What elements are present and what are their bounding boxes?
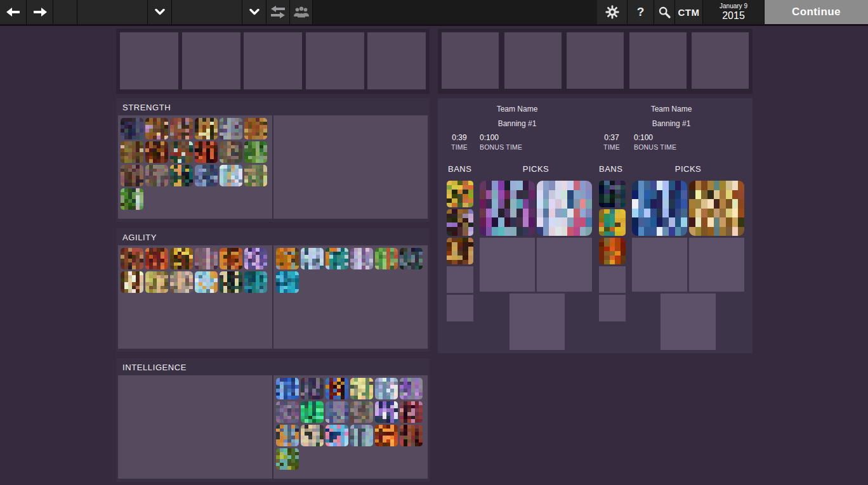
hero-slot-placeholder — [567, 32, 624, 89]
hero-tile[interactable] — [121, 248, 143, 269]
hero-tile[interactable] — [326, 401, 348, 423]
strength-section: STRENGTH — [116, 98, 430, 222]
hero-tile[interactable] — [244, 165, 267, 186]
pick-slot-empty — [510, 294, 565, 350]
hero-tile[interactable] — [276, 248, 299, 269]
hero-tile[interactable] — [400, 401, 423, 423]
hero-tile[interactable] — [121, 165, 143, 186]
ctm-mode-button[interactable]: CTM — [675, 0, 703, 24]
hero-tile[interactable] — [350, 401, 373, 423]
hero-tile[interactable] — [326, 248, 348, 269]
settings-button[interactable] — [597, 0, 628, 24]
hero-tile[interactable] — [170, 248, 193, 269]
team2-bans-label: BANS — [599, 164, 622, 174]
hero-slot-placeholder — [442, 32, 499, 89]
ban-slot-empty — [447, 266, 473, 293]
hero-tile[interactable] — [276, 425, 299, 446]
date-line2: 2015 — [722, 10, 745, 22]
hero-tile[interactable] — [375, 248, 398, 269]
hero-tile[interactable] — [326, 378, 348, 399]
team2-picks-label: PICKS — [632, 164, 744, 174]
swap-teams-button[interactable] — [266, 0, 290, 24]
hero-tile[interactable] — [350, 425, 373, 446]
hero-tile[interactable] — [244, 248, 267, 269]
ban-portrait — [599, 181, 626, 207]
mode-dropdown-chevron-button[interactable] — [148, 0, 172, 24]
hero-tile[interactable] — [326, 425, 348, 446]
hero-tile[interactable] — [375, 425, 398, 446]
search-button[interactable] — [654, 0, 675, 24]
hero-tile[interactable] — [145, 141, 168, 163]
hero-tile[interactable] — [400, 248, 423, 269]
hero-tile[interactable] — [121, 271, 143, 293]
hero-tile[interactable] — [121, 188, 143, 210]
ban-portrait — [447, 238, 473, 264]
hero-tile[interactable] — [170, 271, 193, 293]
filter-dropdown[interactable] — [172, 0, 242, 24]
mode-dropdown[interactable] — [77, 0, 148, 24]
hero-slot-placeholder — [629, 32, 687, 89]
search-icon — [658, 6, 671, 18]
hero-tile[interactable] — [400, 425, 423, 446]
forward-button[interactable] — [27, 0, 53, 24]
hero-tile[interactable] — [301, 425, 324, 446]
pick-slot-empty — [480, 238, 535, 292]
hero-tile[interactable] — [244, 118, 267, 139]
hero-tile[interactable] — [244, 141, 267, 163]
hero-tile[interactable] — [145, 271, 168, 293]
team1-picks-label: PICKS — [480, 164, 592, 174]
hero-tile[interactable] — [276, 271, 299, 293]
hero-tile[interactable] — [220, 165, 242, 186]
hero-tile[interactable] — [195, 248, 218, 269]
hero-tile[interactable] — [170, 118, 193, 139]
hero-tile[interactable] — [121, 141, 143, 163]
team-roster-button[interactable] — [290, 0, 313, 24]
suggestion-row-right — [438, 29, 753, 94]
hero-tile[interactable] — [276, 378, 299, 399]
pick-portrait — [689, 181, 744, 236]
hero-slot-placeholder — [367, 32, 426, 89]
hero-tile[interactable] — [195, 118, 218, 139]
hero-tile[interactable] — [121, 118, 143, 139]
question-mark-icon: ? — [637, 5, 645, 19]
hero-tile[interactable] — [301, 248, 324, 269]
continue-button[interactable]: Continue — [765, 0, 868, 24]
team2-bonus-label: BONUS TIME — [634, 143, 676, 152]
hero-tile[interactable] — [145, 248, 168, 269]
hero-tile[interactable] — [170, 165, 193, 186]
hero-tile[interactable] — [145, 165, 168, 186]
section-label-strength: STRENGTH — [122, 103, 171, 112]
hero-tile[interactable] — [220, 248, 242, 269]
hero-tile[interactable] — [350, 248, 373, 269]
hero-tile[interactable] — [195, 141, 218, 163]
suggestion-row-left — [116, 29, 430, 94]
help-button[interactable]: ? — [628, 0, 654, 24]
hero-tile[interactable] — [170, 141, 193, 163]
hero-tile[interactable] — [220, 271, 242, 293]
hero-tile[interactable] — [220, 118, 242, 139]
ban-slot-empty — [599, 266, 626, 293]
hero-tile[interactable] — [375, 401, 398, 423]
ban-portrait — [447, 181, 473, 207]
pick-slot-empty — [632, 238, 687, 292]
hero-tile[interactable] — [220, 141, 242, 163]
pick-portrait — [480, 181, 535, 236]
hero-tile[interactable] — [195, 271, 218, 293]
swap-arrows-icon — [270, 6, 286, 18]
hero-tile[interactable] — [400, 378, 423, 399]
hero-tile[interactable] — [375, 378, 398, 399]
hero-tile[interactable] — [301, 378, 324, 399]
hero-tile[interactable] — [301, 401, 324, 423]
hero-tile[interactable] — [145, 118, 168, 139]
hero-tile[interactable] — [276, 448, 299, 470]
hero-tile[interactable] — [244, 271, 267, 293]
agility-hero-grid-right — [273, 245, 428, 349]
date-line1: January 9 — [720, 3, 747, 10]
ban-slot-empty — [447, 295, 473, 321]
back-button[interactable] — [0, 0, 27, 24]
filter-dropdown-chevron-button[interactable] — [242, 0, 266, 24]
hero-tile[interactable] — [350, 378, 373, 399]
hero-tile[interactable] — [276, 401, 299, 423]
ban-slot-empty — [599, 295, 626, 321]
hero-tile[interactable] — [195, 165, 218, 186]
